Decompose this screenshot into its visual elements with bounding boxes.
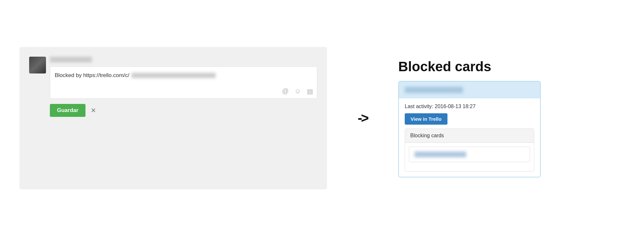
- left-panel: Blocked by https://trello.com/c/ @ ☺ ▤ G…: [19, 47, 327, 189]
- view-in-trello-button[interactable]: View in Trello: [405, 113, 447, 125]
- attachment-icon[interactable]: ▤: [307, 87, 313, 95]
- cancel-icon[interactable]: ✕: [91, 107, 96, 114]
- blocking-cards-section: Blocking cards: [405, 129, 534, 172]
- avatar: [29, 57, 46, 73]
- action-row: Guardar ✕: [29, 104, 317, 117]
- comment-row: Blocked by https://trello.com/c/ @ ☺ ▤: [29, 57, 317, 99]
- last-activity: Last activity: 2016-08-13 18:27: [405, 104, 534, 109]
- comment-block: Blocked by https://trello.com/c/ @ ☺ ▤: [50, 57, 317, 99]
- url-blur: [131, 73, 216, 78]
- comment-textarea[interactable]: Blocked by https://trello.com/c/ @ ☺ ▤: [50, 66, 317, 99]
- right-panel: Blocked cards Last activity: 2016-08-13 …: [398, 59, 541, 177]
- at-icon[interactable]: @: [282, 87, 288, 95]
- blocking-card-blur: [414, 152, 466, 157]
- card-header: [399, 82, 540, 98]
- emoji-icon[interactable]: ☺: [295, 87, 301, 95]
- username-blur: [50, 57, 92, 62]
- card-body: Last activity: 2016-08-13 18:27 View in …: [399, 98, 540, 177]
- arrow-container: ->: [346, 110, 379, 126]
- comment-text: Blocked by https://trello.com/c/: [55, 71, 312, 80]
- save-button[interactable]: Guardar: [50, 104, 85, 117]
- textarea-icons: @ ☺ ▤: [282, 87, 313, 95]
- arrow-symbol: ->: [358, 110, 368, 126]
- card-panel: Last activity: 2016-08-13 18:27 View in …: [398, 81, 541, 177]
- blocking-cards-header: Blocking cards: [405, 129, 534, 143]
- card-title-blur: [405, 87, 463, 93]
- blocked-cards-title: Blocked cards: [398, 59, 541, 74]
- comment-prefix: Blocked by https://trello.com/c/: [55, 72, 130, 78]
- blocking-card-item[interactable]: [409, 147, 530, 162]
- blocking-cards-footer: [405, 166, 534, 171]
